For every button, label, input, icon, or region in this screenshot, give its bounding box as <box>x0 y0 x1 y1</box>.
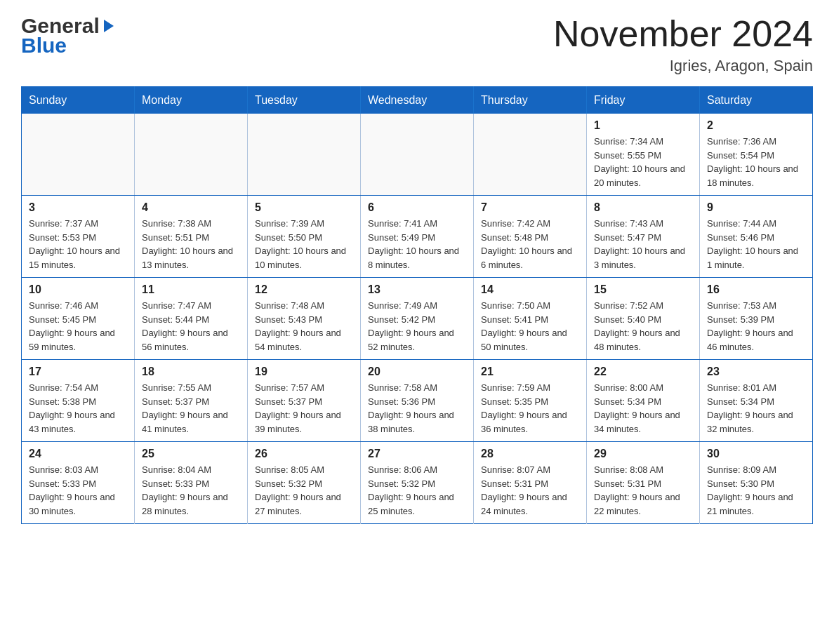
day-info: Sunrise: 7:59 AMSunset: 5:35 PMDaylight:… <box>481 381 579 436</box>
logo: General Blue <box>21 14 117 58</box>
day-of-week-saturday: Saturday <box>700 87 813 114</box>
calendar-header-row: SundayMondayTuesdayWednesdayThursdayFrid… <box>22 87 813 114</box>
logo-blue-text: Blue <box>21 34 117 58</box>
day-number: 20 <box>368 365 466 378</box>
day-number: 18 <box>142 365 240 378</box>
calendar-cell: 7Sunrise: 7:42 AMSunset: 5:48 PMDaylight… <box>474 196 587 278</box>
calendar-cell <box>22 114 135 196</box>
day-info: Sunrise: 7:52 AMSunset: 5:40 PMDaylight:… <box>594 299 692 354</box>
day-number: 16 <box>707 283 805 296</box>
day-info: Sunrise: 7:57 AMSunset: 5:37 PMDaylight:… <box>255 381 353 436</box>
calendar-cell: 3Sunrise: 7:37 AMSunset: 5:53 PMDaylight… <box>22 196 135 278</box>
day-info: Sunrise: 7:47 AMSunset: 5:44 PMDaylight:… <box>142 299 240 354</box>
day-info: Sunrise: 7:55 AMSunset: 5:37 PMDaylight:… <box>142 381 240 436</box>
calendar-cell: 28Sunrise: 8:07 AMSunset: 5:31 PMDayligh… <box>474 442 587 524</box>
calendar-cell: 4Sunrise: 7:38 AMSunset: 5:51 PMDaylight… <box>135 196 248 278</box>
day-number: 2 <box>707 119 805 132</box>
day-info: Sunrise: 7:34 AMSunset: 5:55 PMDaylight:… <box>594 135 692 189</box>
day-info: Sunrise: 7:46 AMSunset: 5:45 PMDaylight:… <box>29 299 127 354</box>
calendar-cell: 5Sunrise: 7:39 AMSunset: 5:50 PMDaylight… <box>248 196 361 278</box>
day-info: Sunrise: 8:06 AMSunset: 5:32 PMDaylight:… <box>368 463 466 518</box>
day-number: 10 <box>29 283 127 296</box>
calendar-cell: 24Sunrise: 8:03 AMSunset: 5:33 PMDayligh… <box>22 442 135 524</box>
day-info: Sunrise: 7:38 AMSunset: 5:51 PMDaylight:… <box>142 217 240 271</box>
calendar-cell: 6Sunrise: 7:41 AMSunset: 5:49 PMDaylight… <box>361 196 474 278</box>
calendar-cell: 21Sunrise: 7:59 AMSunset: 5:35 PMDayligh… <box>474 360 587 442</box>
day-number: 1 <box>594 119 692 132</box>
calendar-cell: 25Sunrise: 8:04 AMSunset: 5:33 PMDayligh… <box>135 442 248 524</box>
calendar-cell: 14Sunrise: 7:50 AMSunset: 5:41 PMDayligh… <box>474 278 587 360</box>
day-info: Sunrise: 7:42 AMSunset: 5:48 PMDaylight:… <box>481 217 579 271</box>
day-number: 21 <box>481 365 579 378</box>
calendar-cell: 2Sunrise: 7:36 AMSunset: 5:54 PMDaylight… <box>700 114 813 196</box>
calendar-cell: 26Sunrise: 8:05 AMSunset: 5:32 PMDayligh… <box>248 442 361 524</box>
day-number: 28 <box>481 448 579 460</box>
calendar-cell <box>135 114 248 196</box>
calendar-cell <box>361 114 474 196</box>
day-number: 25 <box>142 448 240 460</box>
day-number: 30 <box>707 448 805 460</box>
day-number: 5 <box>255 201 353 214</box>
day-info: Sunrise: 7:49 AMSunset: 5:42 PMDaylight:… <box>368 299 466 354</box>
day-info: Sunrise: 8:04 AMSunset: 5:33 PMDaylight:… <box>142 463 240 518</box>
day-of-week-monday: Monday <box>135 87 248 114</box>
day-info: Sunrise: 7:48 AMSunset: 5:43 PMDaylight:… <box>255 299 353 354</box>
calendar-week-4: 17Sunrise: 7:54 AMSunset: 5:38 PMDayligh… <box>22 360 813 442</box>
day-info: Sunrise: 7:36 AMSunset: 5:54 PMDaylight:… <box>707 135 805 189</box>
day-info: Sunrise: 7:53 AMSunset: 5:39 PMDaylight:… <box>707 299 805 354</box>
day-number: 27 <box>368 448 466 460</box>
day-info: Sunrise: 8:07 AMSunset: 5:31 PMDaylight:… <box>481 463 579 518</box>
calendar-title: November 2024 <box>553 14 813 54</box>
day-of-week-wednesday: Wednesday <box>361 87 474 114</box>
calendar-cell: 1Sunrise: 7:34 AMSunset: 5:55 PMDaylight… <box>587 114 700 196</box>
calendar-cell: 29Sunrise: 8:08 AMSunset: 5:31 PMDayligh… <box>587 442 700 524</box>
day-of-week-thursday: Thursday <box>474 87 587 114</box>
calendar-week-2: 3Sunrise: 7:37 AMSunset: 5:53 PMDaylight… <box>22 196 813 278</box>
day-info: Sunrise: 7:54 AMSunset: 5:38 PMDaylight:… <box>29 381 127 436</box>
svg-marker-0 <box>104 20 114 32</box>
day-number: 15 <box>594 283 692 296</box>
day-number: 3 <box>29 201 127 214</box>
day-number: 19 <box>255 365 353 378</box>
calendar-cell: 17Sunrise: 7:54 AMSunset: 5:38 PMDayligh… <box>22 360 135 442</box>
day-number: 23 <box>707 365 805 378</box>
day-number: 13 <box>368 283 466 296</box>
logo-arrow-icon <box>101 18 117 34</box>
day-info: Sunrise: 8:08 AMSunset: 5:31 PMDaylight:… <box>594 463 692 518</box>
day-number: 6 <box>368 201 466 214</box>
day-number: 12 <box>255 283 353 296</box>
day-number: 29 <box>594 448 692 460</box>
day-number: 4 <box>142 201 240 214</box>
day-number: 8 <box>594 201 692 214</box>
calendar-cell: 15Sunrise: 7:52 AMSunset: 5:40 PMDayligh… <box>587 278 700 360</box>
day-number: 7 <box>481 201 579 214</box>
day-number: 22 <box>594 365 692 378</box>
day-info: Sunrise: 7:41 AMSunset: 5:49 PMDaylight:… <box>368 217 466 271</box>
day-of-week-sunday: Sunday <box>22 87 135 114</box>
calendar-week-5: 24Sunrise: 8:03 AMSunset: 5:33 PMDayligh… <box>22 442 813 524</box>
calendar-subtitle: Igries, Aragon, Spain <box>553 57 813 75</box>
day-of-week-friday: Friday <box>587 87 700 114</box>
calendar-cell: 23Sunrise: 8:01 AMSunset: 5:34 PMDayligh… <box>700 360 813 442</box>
calendar-cell: 16Sunrise: 7:53 AMSunset: 5:39 PMDayligh… <box>700 278 813 360</box>
day-info: Sunrise: 8:03 AMSunset: 5:33 PMDaylight:… <box>29 463 127 518</box>
day-number: 26 <box>255 448 353 460</box>
day-number: 17 <box>29 365 127 378</box>
calendar-cell <box>474 114 587 196</box>
calendar-week-3: 10Sunrise: 7:46 AMSunset: 5:45 PMDayligh… <box>22 278 813 360</box>
title-block: November 2024 Igries, Aragon, Spain <box>553 14 813 75</box>
day-info: Sunrise: 7:50 AMSunset: 5:41 PMDaylight:… <box>481 299 579 354</box>
calendar-cell: 9Sunrise: 7:44 AMSunset: 5:46 PMDaylight… <box>700 196 813 278</box>
calendar-cell: 19Sunrise: 7:57 AMSunset: 5:37 PMDayligh… <box>248 360 361 442</box>
page-header: General Blue November 2024 Igries, Arago… <box>21 14 813 75</box>
day-info: Sunrise: 7:58 AMSunset: 5:36 PMDaylight:… <box>368 381 466 436</box>
day-info: Sunrise: 7:37 AMSunset: 5:53 PMDaylight:… <box>29 217 127 271</box>
day-number: 9 <box>707 201 805 214</box>
day-info: Sunrise: 7:43 AMSunset: 5:47 PMDaylight:… <box>594 217 692 271</box>
calendar-cell: 12Sunrise: 7:48 AMSunset: 5:43 PMDayligh… <box>248 278 361 360</box>
day-number: 14 <box>481 283 579 296</box>
calendar-table: SundayMondayTuesdayWednesdayThursdayFrid… <box>21 86 813 524</box>
calendar-cell: 22Sunrise: 8:00 AMSunset: 5:34 PMDayligh… <box>587 360 700 442</box>
day-info: Sunrise: 7:39 AMSunset: 5:50 PMDaylight:… <box>255 217 353 271</box>
calendar-week-1: 1Sunrise: 7:34 AMSunset: 5:55 PMDaylight… <box>22 114 813 196</box>
